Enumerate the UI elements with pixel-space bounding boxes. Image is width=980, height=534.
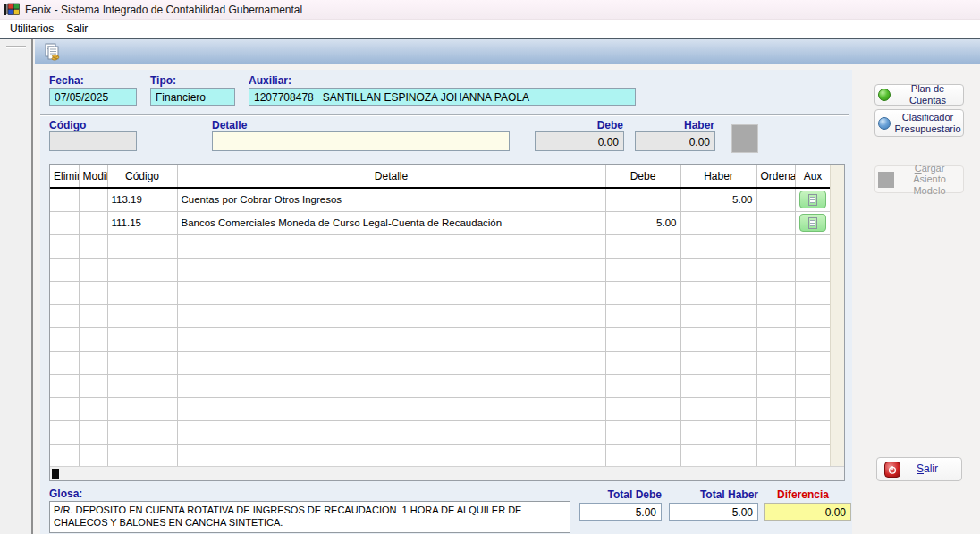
cell-detalle[interactable]	[177, 444, 605, 467]
cell-modif[interactable]	[79, 327, 107, 351]
cell-elimin[interactable]	[50, 281, 79, 304]
cell-aux[interactable]	[795, 281, 831, 304]
cell-haber[interactable]	[680, 258, 756, 281]
detalle-input[interactable]	[212, 131, 510, 151]
cell-aux[interactable]	[795, 374, 831, 397]
table-row-empty[interactable]	[50, 281, 831, 304]
cell-debe[interactable]	[605, 351, 680, 374]
cell-modif[interactable]	[79, 234, 107, 258]
salir-button[interactable]: Salir	[876, 457, 962, 481]
cell-detalle[interactable]	[177, 351, 605, 374]
cell-codigo[interactable]	[107, 420, 177, 444]
tipo-field[interactable]: Financiero	[150, 88, 235, 106]
cell-codigo[interactable]	[107, 327, 177, 351]
table-row-empty[interactable]	[50, 258, 831, 281]
cell-debe[interactable]	[605, 281, 680, 304]
cell-detalle[interactable]	[177, 374, 605, 397]
cell-codigo[interactable]	[107, 351, 177, 374]
cell-modif[interactable]	[79, 304, 107, 327]
new-entry-button[interactable]	[41, 41, 63, 63]
cell-haber[interactable]	[680, 351, 756, 374]
cell-detalle[interactable]	[177, 258, 605, 281]
cell-ordenar[interactable]	[756, 351, 795, 374]
cell-ordenar[interactable]	[756, 258, 795, 281]
table-row[interactable]: 111.15 Bancos Comerciales Moneda de Curs…	[50, 211, 831, 234]
cell-detalle[interactable]	[177, 397, 605, 420]
cell-haber[interactable]: 5.00	[680, 188, 756, 211]
haber-input[interactable]: 0.00	[635, 131, 715, 151]
cell-elimin[interactable]	[50, 234, 79, 258]
cell-detalle[interactable]	[177, 420, 605, 444]
cell-elimin[interactable]	[50, 258, 79, 281]
cell-aux[interactable]	[795, 444, 831, 467]
cell-aux[interactable]	[795, 234, 831, 258]
cell-codigo[interactable]	[107, 258, 177, 281]
table-row-empty[interactable]	[50, 444, 831, 467]
auxiliar-field[interactable]: 1207708478 SANTILLAN ESPINOZA JOHANNA PA…	[249, 88, 636, 106]
cell-modif[interactable]	[79, 351, 107, 374]
cell-haber[interactable]	[680, 234, 756, 258]
cell-haber[interactable]	[680, 397, 756, 420]
horizontal-scrollbar[interactable]	[50, 466, 844, 480]
cell-haber[interactable]	[680, 304, 756, 327]
table-row-empty[interactable]	[50, 374, 831, 397]
cell-ordenar[interactable]	[756, 397, 795, 420]
cell-codigo[interactable]	[107, 281, 177, 304]
cell-detalle[interactable]: Cuentas por Cobrar Otros Ingresos	[177, 188, 605, 211]
cell-debe[interactable]	[605, 304, 680, 327]
cell-ordenar[interactable]	[756, 444, 795, 467]
cell-detalle[interactable]	[177, 304, 605, 327]
glosa-textarea[interactable]: P/R. DEPOSITO EN CUENTA ROTATIVA DE INGR…	[49, 501, 570, 533]
cell-elimin[interactable]	[50, 351, 79, 374]
cell-elimin[interactable]	[50, 188, 79, 211]
cell-ordenar[interactable]	[756, 374, 795, 397]
cell-haber[interactable]	[680, 420, 756, 444]
cell-haber[interactable]	[680, 281, 756, 304]
cell-debe[interactable]: 5.00	[605, 211, 680, 234]
cell-haber[interactable]	[680, 327, 756, 351]
cell-debe[interactable]	[605, 258, 680, 281]
vertical-scrollbar[interactable]	[830, 165, 844, 466]
table-row-empty[interactable]	[50, 420, 831, 444]
cell-elimin[interactable]	[50, 211, 79, 234]
cell-haber[interactable]	[680, 211, 756, 234]
cell-modif[interactable]	[79, 188, 107, 211]
diferencia-field[interactable]: 0.00	[764, 503, 851, 521]
cell-ordenar[interactable]	[756, 420, 795, 444]
cell-debe[interactable]	[605, 327, 680, 351]
cell-ordenar[interactable]	[756, 211, 795, 234]
aux-button[interactable]	[799, 214, 826, 232]
table-row-empty[interactable]	[50, 234, 831, 258]
cell-ordenar[interactable]	[756, 281, 795, 304]
cell-detalle[interactable]: Bancos Comerciales Moneda de Curso Legal…	[177, 211, 605, 234]
cell-debe[interactable]	[605, 188, 680, 211]
cell-modif[interactable]	[79, 374, 107, 397]
cell-elimin[interactable]	[50, 374, 79, 397]
cell-codigo[interactable]: 111.15	[107, 211, 177, 234]
cell-elimin[interactable]	[50, 397, 79, 420]
table-row-empty[interactable]	[50, 397, 831, 420]
cell-debe[interactable]	[605, 234, 680, 258]
aux-button[interactable]	[799, 191, 826, 208]
cell-aux[interactable]	[795, 258, 831, 281]
cell-modif[interactable]	[79, 420, 107, 444]
clasificador-presupuestario-button[interactable]: Clasificador Presupuestario	[874, 109, 964, 137]
cell-modif[interactable]	[79, 211, 107, 234]
total-haber-field[interactable]: 5.00	[669, 503, 758, 521]
cell-elimin[interactable]	[50, 304, 79, 327]
cargar-asiento-modelo-button[interactable]: Cargar Asiento Modelo	[874, 165, 964, 193]
cell-codigo[interactable]	[107, 444, 177, 467]
cell-debe[interactable]	[605, 397, 680, 420]
total-debe-field[interactable]: 5.00	[579, 503, 662, 521]
add-entry-button[interactable]	[731, 124, 758, 153]
cell-haber[interactable]	[680, 444, 756, 467]
horizontal-scrollbar-thumb[interactable]	[52, 469, 59, 479]
menu-salir[interactable]: Salir	[60, 21, 94, 37]
cell-codigo[interactable]	[107, 374, 177, 397]
cell-modif[interactable]	[79, 258, 107, 281]
cell-modif[interactable]	[79, 397, 107, 420]
cell-modif[interactable]	[79, 444, 107, 467]
cell-modif[interactable]	[79, 281, 107, 304]
cell-debe[interactable]	[605, 374, 680, 397]
cell-debe[interactable]	[605, 420, 680, 444]
